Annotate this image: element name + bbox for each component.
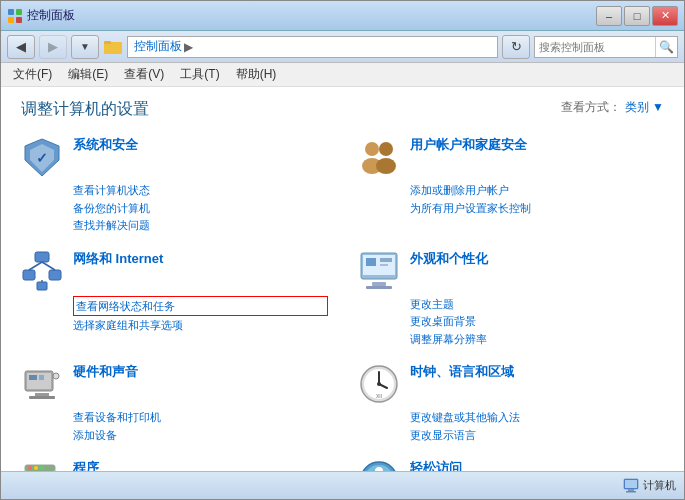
svg-text:XII: XII xyxy=(375,393,381,399)
section-appearance-header: 外观和个性化 xyxy=(358,250,665,292)
menu-tools[interactable]: 工具(T) xyxy=(176,64,223,85)
svg-line-17 xyxy=(42,262,55,270)
svg-rect-1 xyxy=(16,9,22,15)
page-title: 调整计算机的设置 xyxy=(21,99,149,120)
section-appearance-link[interactable]: 外观和个性化 xyxy=(410,250,488,268)
section-clock-link[interactable]: 时钟、语言和区域 xyxy=(410,363,514,381)
section-system-security-header: ✓ 系统和安全 xyxy=(21,136,328,178)
recent-button[interactable]: ▼ xyxy=(71,35,99,59)
section-accessibility-link[interactable]: 轻松访问 xyxy=(410,459,462,471)
addressbar: ◀ ▶ ▼ 控制面板 ▶ ↻ 🔍 xyxy=(1,31,684,63)
menu-view[interactable]: 查看(V) xyxy=(120,64,168,85)
menu-help[interactable]: 帮助(H) xyxy=(232,64,281,85)
svg-rect-23 xyxy=(380,258,392,262)
svg-text:✓: ✓ xyxy=(36,150,48,166)
sub-link-hardware-1[interactable]: 添加设备 xyxy=(73,427,328,444)
svg-line-16 xyxy=(29,262,42,270)
view-mode: 查看方式： 类别 ▼ xyxy=(561,99,664,116)
section-hardware-sublinks: 查看设备和打印机 添加设备 xyxy=(73,409,328,443)
svg-point-38 xyxy=(377,382,381,386)
folder-icon xyxy=(103,37,123,57)
section-clock-header: XII 时钟、语言和区域 xyxy=(358,363,665,405)
accessibility-icon xyxy=(358,459,400,471)
refresh-button[interactable]: ↻ xyxy=(502,35,530,59)
search-button[interactable]: 🔍 xyxy=(655,37,677,57)
clock-icon: XII xyxy=(358,363,400,405)
svg-point-9 xyxy=(365,142,379,156)
appearance-icon xyxy=(358,250,400,292)
sub-link-system-1[interactable]: 备份您的计算机 xyxy=(73,200,328,217)
hardware-icon xyxy=(21,363,63,405)
close-button[interactable]: ✕ xyxy=(652,6,678,26)
search-box: 🔍 xyxy=(534,36,678,58)
section-user-accounts-sublinks: 添加或删除用户帐户 为所有用户设置家长控制 xyxy=(410,182,665,216)
section-accessibility: 轻松访问 使用 Windows 建议的设置 优化视频显示 xyxy=(358,459,665,471)
section-network-header: 网络和 Internet xyxy=(21,250,328,292)
panel-grid: ✓ 系统和安全 查看计算机状态 备份您的计算机 查找并解决问题 xyxy=(1,126,684,471)
breadcrumb-home[interactable]: 控制面板 xyxy=(134,38,182,55)
sub-link-network-0[interactable]: 查看网络状态和任务 xyxy=(73,296,328,317)
sub-link-user-1[interactable]: 为所有用户设置家长控制 xyxy=(410,200,665,217)
sub-link-clock-0[interactable]: 更改键盘或其他输入法 xyxy=(410,409,665,426)
section-accessibility-header: 轻松访问 xyxy=(358,459,665,471)
section-user-accounts-link[interactable]: 用户帐户和家庭安全 xyxy=(410,136,527,154)
titlebar-icon xyxy=(7,8,23,24)
forward-button[interactable]: ▶ xyxy=(39,35,67,59)
content-area: 调整计算机的设置 查看方式： 类别 ▼ ✓ 系统和安全 查看计算机状态 xyxy=(1,87,684,471)
section-programs-header: 程序 xyxy=(21,459,328,471)
maximize-button[interactable]: □ xyxy=(624,6,650,26)
section-system-security-link[interactable]: 系统和安全 xyxy=(73,136,138,154)
sub-link-network-1[interactable]: 选择家庭组和共享选项 xyxy=(73,317,328,334)
section-network: 网络和 Internet 查看网络状态和任务 选择家庭组和共享选项 xyxy=(21,250,328,348)
sub-link-system-2[interactable]: 查找并解决问题 xyxy=(73,217,328,234)
computer-icon xyxy=(623,478,639,494)
section-user-accounts-header: 用户帐户和家庭安全 xyxy=(358,136,665,178)
section-programs-link[interactable]: 程序 xyxy=(73,459,99,471)
view-mode-dropdown[interactable]: 类别 ▼ xyxy=(625,99,664,116)
address-path[interactable]: 控制面板 ▶ xyxy=(127,36,498,58)
main-window: 控制面板 – □ ✕ ◀ ▶ ▼ 控制面板 ▶ ↻ 🔍 文件(F) 编辑(E) … xyxy=(0,0,685,500)
titlebar-left: 控制面板 xyxy=(7,7,75,24)
svg-rect-0 xyxy=(8,9,14,15)
menu-edit[interactable]: 编辑(E) xyxy=(64,64,112,85)
sub-link-appearance-1[interactable]: 更改桌面背景 xyxy=(410,313,665,330)
svg-rect-26 xyxy=(366,286,392,289)
sub-link-appearance-0[interactable]: 更改主题 xyxy=(410,296,665,313)
svg-rect-15 xyxy=(49,270,61,280)
content-header: 调整计算机的设置 查看方式： 类别 ▼ xyxy=(1,87,684,126)
shield-icon: ✓ xyxy=(21,136,63,178)
svg-rect-60 xyxy=(628,489,634,491)
svg-rect-13 xyxy=(35,252,49,262)
svg-rect-25 xyxy=(372,282,386,286)
svg-rect-29 xyxy=(29,375,37,380)
svg-rect-30 xyxy=(39,375,44,380)
svg-point-12 xyxy=(376,158,396,174)
section-network-link[interactable]: 网络和 Internet xyxy=(73,250,163,268)
search-input[interactable] xyxy=(535,37,655,57)
status-computer-label: 计算机 xyxy=(643,478,676,493)
svg-rect-24 xyxy=(380,264,388,266)
titlebar: 控制面板 – □ ✕ xyxy=(1,1,684,31)
section-clock-sublinks: 更改键盘或其他输入法 更改显示语言 xyxy=(410,409,665,443)
svg-rect-59 xyxy=(625,480,637,488)
svg-rect-22 xyxy=(366,258,376,266)
svg-point-42 xyxy=(28,466,32,470)
sub-link-appearance-2[interactable]: 调整屏幕分辨率 xyxy=(410,331,665,348)
users-icon xyxy=(358,136,400,178)
titlebar-buttons: – □ ✕ xyxy=(596,6,678,26)
sub-link-system-0[interactable]: 查看计算机状态 xyxy=(73,182,328,199)
section-programs: 程序 卸载程序 xyxy=(21,459,328,471)
section-system-security: ✓ 系统和安全 查看计算机状态 备份您的计算机 查找并解决问题 xyxy=(21,136,328,234)
back-button[interactable]: ◀ xyxy=(7,35,35,59)
sub-link-clock-1[interactable]: 更改显示语言 xyxy=(410,427,665,444)
status-computer[interactable]: 计算机 xyxy=(623,478,676,494)
svg-rect-5 xyxy=(104,41,111,44)
sub-link-user-0[interactable]: 添加或删除用户帐户 xyxy=(410,182,665,199)
minimize-button[interactable]: – xyxy=(596,6,622,26)
menu-file[interactable]: 文件(F) xyxy=(9,64,56,85)
section-hardware-link[interactable]: 硬件和声音 xyxy=(73,363,138,381)
section-system-security-sublinks: 查看计算机状态 备份您的计算机 查找并解决问题 xyxy=(73,182,328,234)
svg-rect-31 xyxy=(53,373,59,379)
section-clock: XII 时钟、语言和区域 更改键盘或其他输入法 更改显示语言 xyxy=(358,363,665,443)
sub-link-hardware-0[interactable]: 查看设备和打印机 xyxy=(73,409,328,426)
